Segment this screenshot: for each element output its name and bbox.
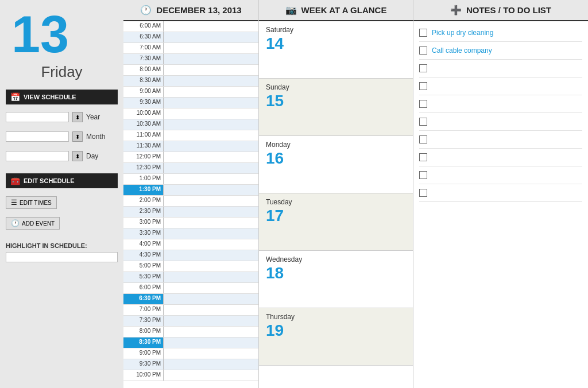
time-label: 2:00 PM [123, 196, 164, 206]
time-row: 5:30 PM [123, 272, 258, 283]
time-cell[interactable] [164, 163, 258, 173]
year-spinner[interactable]: ⬍ [72, 112, 83, 122]
time-label: 7:00 AM [123, 43, 164, 53]
time-cell[interactable] [164, 76, 258, 86]
week-header: 📷 WEEK AT A GLANCE [259, 0, 413, 21]
time-cell[interactable] [164, 337, 258, 348]
day-name: Friday [6, 63, 118, 81]
note-row: Pick up dry cleaning [419, 24, 582, 42]
time-label: 11:30 AM [123, 141, 164, 152]
time-cell[interactable] [164, 174, 258, 184]
week-day-number: 14 [266, 34, 406, 53]
time-cell[interactable] [164, 130, 258, 141]
year-input[interactable]: 2013 [6, 112, 69, 122]
time-cell[interactable] [164, 370, 258, 381]
note-checkbox[interactable] [419, 64, 427, 72]
time-row: 12:30 PM [123, 163, 258, 174]
add-event-button[interactable]: 🕐 ADD EVENT [6, 217, 60, 230]
time-label: 11:00 AM [123, 130, 164, 141]
note-row [419, 95, 582, 113]
list-icon: ☰ [11, 199, 17, 207]
time-cell[interactable] [164, 32, 258, 42]
week-day-name: Sunday [266, 83, 406, 91]
month-label: Month [86, 133, 105, 141]
note-checkbox[interactable] [419, 171, 427, 179]
time-cell[interactable] [164, 87, 258, 97]
time-cell[interactable] [164, 98, 258, 108]
note-row [419, 77, 582, 95]
day-label-field: Day [86, 152, 98, 160]
time-label: 1:00 PM [123, 174, 164, 184]
time-cell[interactable] [164, 327, 258, 337]
note-checkbox[interactable] [419, 189, 427, 197]
time-label: 8:30 PM [123, 337, 164, 348]
month-input[interactable]: December [6, 131, 69, 142]
time-cell[interactable] [164, 152, 258, 162]
note-checkbox[interactable] [419, 29, 427, 37]
time-label: 9:30 PM [123, 359, 164, 370]
left-panel: 13 Friday 📅 VIEW SCHEDULE 2013 ⬍ Year De… [0, 0, 123, 388]
month-spinner[interactable]: ⬍ [72, 131, 83, 142]
time-cell[interactable] [164, 119, 258, 130]
time-cell[interactable] [164, 141, 258, 152]
note-checkbox[interactable] [419, 82, 427, 90]
time-row: 7:00 PM [123, 305, 258, 316]
time-cell[interactable] [164, 185, 258, 195]
time-cell[interactable] [164, 43, 258, 53]
day-input[interactable]: 13 [6, 151, 69, 161]
time-label: 4:30 PM [123, 250, 164, 261]
time-row: 10:00 AM [123, 108, 258, 119]
time-row: 6:00 PM [123, 283, 258, 294]
schedule-title: DECEMBER 13, 2013 [156, 5, 241, 15]
time-cell[interactable] [164, 359, 258, 370]
day-spinner[interactable]: ⬍ [72, 151, 83, 161]
time-row: 3:00 PM [123, 218, 258, 228]
note-text [432, 135, 434, 143]
week-day-name: Wednesday [266, 255, 406, 263]
week-day-item: Sunday15 [259, 79, 413, 136]
time-cell[interactable] [164, 316, 258, 326]
time-label: 5:00 PM [123, 261, 164, 271]
edit-buttons: ☰ EDIT TIMES [6, 196, 118, 209]
schedule-panel: 🕐 DECEMBER 13, 2013 6:00 AM6:30 AM7:00 A… [123, 0, 258, 388]
note-text [432, 118, 434, 126]
time-cell[interactable] [164, 65, 258, 75]
time-label: 8:00 AM [123, 65, 164, 75]
time-cell[interactable] [164, 239, 258, 250]
time-cell[interactable] [164, 305, 258, 315]
time-cell[interactable] [164, 294, 258, 304]
time-cell[interactable] [164, 196, 258, 206]
time-cell[interactable] [164, 207, 258, 217]
time-label: 10:00 PM [123, 370, 164, 381]
note-checkbox[interactable] [419, 118, 427, 126]
time-cell[interactable] [164, 272, 258, 282]
note-checkbox[interactable] [419, 153, 427, 161]
time-cell[interactable] [164, 54, 258, 64]
schedule-body[interactable]: 6:00 AM6:30 AM7:00 AM7:30 AM8:00 AM8:30 … [123, 21, 258, 388]
time-cell[interactable] [164, 348, 258, 359]
time-cell[interactable] [164, 218, 258, 228]
time-row: 7:30 PM [123, 316, 258, 327]
note-checkbox[interactable] [419, 100, 427, 108]
highlight-input[interactable]: Break [6, 252, 118, 262]
edit-times-button[interactable]: ☰ EDIT TIMES [6, 196, 57, 209]
time-row: 7:30 AM [123, 54, 258, 65]
time-label: 1:30 PM [123, 185, 164, 195]
week-panel: 📷 WEEK AT A GLANCE Saturday14Sunday15Mon… [258, 0, 413, 388]
plus-icon: ➕ [450, 5, 462, 15]
time-cell[interactable] [164, 228, 258, 239]
time-cell[interactable] [164, 108, 258, 119]
time-cell[interactable] [164, 250, 258, 261]
time-cell[interactable] [164, 21, 258, 32]
note-row [419, 60, 582, 77]
add-event-row: 🕐 ADD EVENT [6, 217, 118, 230]
time-cell[interactable] [164, 283, 258, 293]
time-cell[interactable] [164, 261, 258, 271]
note-checkbox[interactable] [419, 135, 427, 143]
time-label: 7:30 AM [123, 54, 164, 64]
time-row: 9:00 PM [123, 348, 258, 359]
time-row: 1:00 PM [123, 174, 258, 185]
notes-title: NOTES / TO DO LIST [466, 5, 551, 15]
note-checkbox[interactable] [419, 46, 427, 55]
time-row: 11:00 AM [123, 130, 258, 141]
